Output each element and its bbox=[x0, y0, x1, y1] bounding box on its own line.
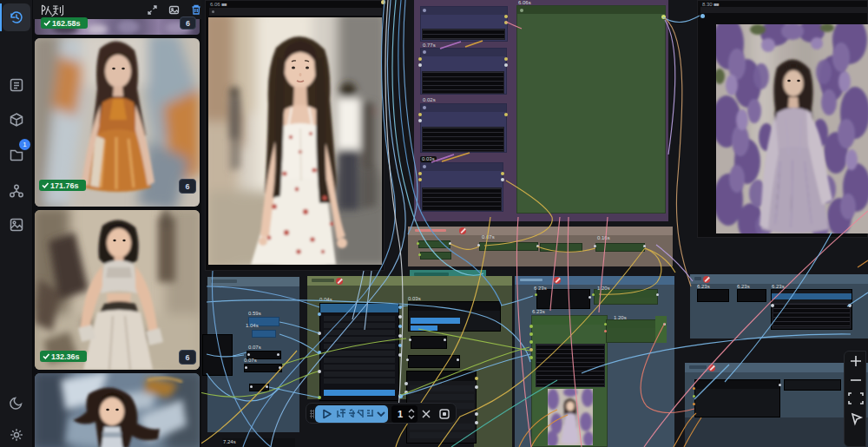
svg-text:171.76s: 171.76s bbox=[50, 181, 79, 190]
svg-text:132.36s: 132.36s bbox=[51, 352, 80, 361]
svg-text:162.58s: 162.58s bbox=[52, 19, 81, 28]
